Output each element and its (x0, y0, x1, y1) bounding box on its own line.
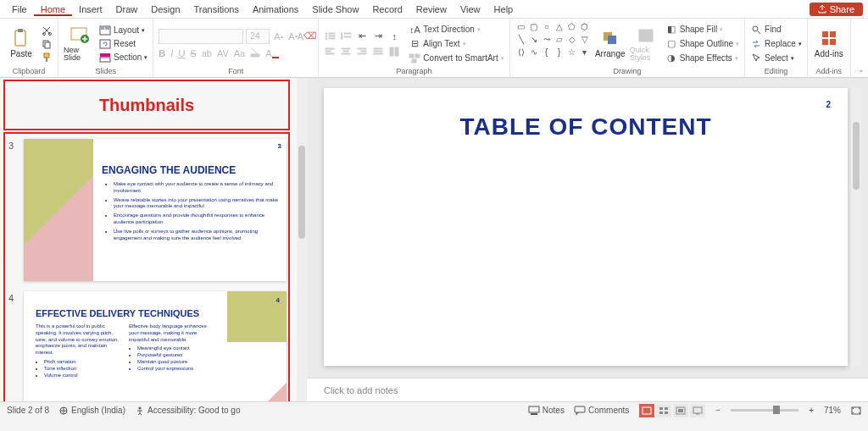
view-normal-button[interactable] (639, 404, 654, 417)
menu-view[interactable]: View (453, 3, 487, 16)
slide4-col1-intro: This is a powerful tool in public speaki… (36, 323, 120, 356)
slide-thumbnail-3[interactable]: 3 3 ENGAGING THE AUDIENCE Make eye conta… (24, 139, 287, 281)
font-size-select[interactable]: 24 (246, 29, 270, 44)
status-slide-info[interactable]: Slide 2 of 8 (7, 406, 49, 415)
zoom-out-button[interactable]: − (715, 406, 721, 415)
thumbnail-scrollbar[interactable] (297, 78, 307, 401)
shape-outline-button[interactable]: ▢Shape Outline▾ (665, 38, 739, 50)
convert-smartart-button[interactable]: Convert to SmartArt▾ (409, 52, 504, 64)
menu-home[interactable]: Home (34, 3, 72, 16)
view-reading-button[interactable] (673, 404, 688, 417)
slide-thumbnail-4[interactable]: 4 4 EFFECTIVE DELIVERY TECHNIQUES This i… (24, 291, 287, 401)
shadow-button[interactable]: ab (202, 48, 212, 58)
copy-icon[interactable] (41, 38, 53, 50)
svg-rect-7 (46, 58, 47, 62)
shape-effects-button[interactable]: ◑Shape Effects▾ (665, 52, 739, 64)
numbering-icon[interactable]: 12 (340, 30, 352, 42)
fit-window-button[interactable] (851, 406, 861, 415)
zoom-slider-handle[interactable] (773, 406, 780, 414)
bullets-icon[interactable] (324, 30, 336, 42)
font-color-button[interactable]: A (265, 48, 278, 58)
format-painter-icon[interactable] (41, 52, 53, 64)
line-spacing-icon[interactable]: ↕ (388, 30, 400, 42)
view-slideshow-button[interactable] (690, 404, 705, 417)
menu-insert[interactable]: Insert (72, 3, 109, 16)
indent-right-icon[interactable]: ⇥ (372, 30, 384, 42)
reset-button[interactable]: Reset (99, 38, 147, 50)
menu-transitions[interactable]: Transitions (187, 3, 246, 16)
reset-label: Reset (114, 39, 136, 48)
view-mode-buttons (639, 404, 705, 417)
menu-slideshow[interactable]: Slide Show (305, 3, 365, 16)
align-center-icon[interactable] (340, 46, 352, 58)
indent-left-icon[interactable]: ⇤ (356, 30, 368, 42)
quick-styles-button[interactable]: A Quick Styles (630, 20, 662, 67)
bold-button[interactable]: B (159, 48, 165, 58)
status-accessibility[interactable]: Accessibility: Good to go (136, 406, 241, 415)
menu-draw[interactable]: Draw (109, 3, 145, 16)
layout-button[interactable]: Layout▾ (99, 25, 147, 36)
menu-file[interactable]: File (5, 3, 34, 16)
increase-font-icon[interactable]: A▴ (272, 30, 284, 42)
arrange-button[interactable]: Arrange (594, 20, 626, 67)
align-left-icon[interactable] (324, 46, 336, 58)
clear-format-icon[interactable]: A⌫ (301, 30, 313, 42)
text-direction-icon: ↕A (409, 24, 420, 36)
status-language[interactable]: English (India) (59, 406, 125, 415)
menu-animations[interactable]: Animations (246, 3, 305, 16)
status-notes-toggle[interactable]: Notes (529, 406, 565, 415)
addins-button[interactable]: Add-ins (813, 20, 845, 67)
view-sorter-button[interactable] (656, 404, 671, 417)
zoom-slider[interactable] (731, 409, 798, 412)
svg-rect-36 (374, 48, 382, 49)
share-icon (818, 5, 826, 14)
strike-button[interactable]: S (190, 48, 196, 58)
text-direction-label: Text Direction (423, 25, 475, 34)
highlight-button[interactable] (250, 47, 260, 59)
zoom-in-button[interactable]: + (809, 406, 814, 415)
italic-button[interactable]: I (170, 48, 173, 58)
case-button[interactable]: Aa (234, 48, 245, 58)
editor-scroll-handle[interactable] (853, 122, 860, 190)
text-direction-button[interactable]: ↕AText Direction▾ (409, 24, 504, 36)
svg-rect-11 (101, 27, 104, 30)
shape-fill-button[interactable]: ◧Shape Fill▾ (665, 24, 739, 36)
comments-icon (575, 406, 585, 415)
editor-vertical-scrollbar[interactable] (851, 88, 861, 366)
columns-icon[interactable] (388, 46, 400, 58)
editor-area: 2 TABLE OF CONTENT Click to add notes (307, 78, 868, 401)
cut-icon[interactable] (41, 25, 53, 36)
menu-design[interactable]: Design (144, 3, 186, 16)
find-button[interactable]: Find (750, 24, 802, 36)
ribbon-collapse-chevron[interactable]: ⌄ (858, 65, 865, 74)
zoom-level[interactable]: 71% (824, 406, 841, 415)
ribbon-group-clipboard: Paste Clipboard (0, 19, 58, 77)
notes-pane[interactable]: Click to add notes (307, 378, 868, 401)
select-button[interactable]: Select▾ (750, 52, 802, 64)
slide-canvas[interactable]: 2 TABLE OF CONTENT (324, 88, 848, 366)
font-family-select[interactable] (159, 29, 243, 44)
align-text-button[interactable]: ⊟Align Text▾ (409, 38, 504, 50)
align-right-icon[interactable] (356, 46, 368, 58)
replace-button[interactable]: Replace▾ (750, 38, 802, 50)
share-label: Share (830, 4, 854, 14)
shape-gallery[interactable]: ▭▢○△⬠⬡ ╲↘⤳▱◇▽ ⟨⟩∿{}☆▾ (515, 20, 591, 67)
justify-icon[interactable] (372, 46, 384, 58)
status-comments-toggle[interactable]: Comments (575, 406, 629, 415)
menu-review[interactable]: Review (409, 3, 453, 16)
section-button[interactable]: Section▾ (99, 52, 147, 64)
menu-help[interactable]: Help (487, 3, 520, 16)
underline-button[interactable]: U (178, 48, 185, 58)
paste-button[interactable]: Paste (5, 20, 37, 67)
spacing-button[interactable]: AV (217, 48, 229, 58)
paste-icon (12, 29, 31, 47)
svg-rect-59 (659, 407, 663, 410)
thumbnail-scroll-handle[interactable] (298, 146, 305, 239)
share-button[interactable]: Share (810, 3, 863, 16)
svg-rect-55 (529, 406, 539, 412)
menu-record[interactable]: Record (365, 3, 409, 16)
new-slide-button[interactable]: New Slide (64, 20, 96, 67)
canvas-title[interactable]: TABLE OF CONTENT (324, 113, 848, 141)
replace-icon (750, 38, 762, 50)
shape-effects-label: Shape Effects (680, 53, 732, 63)
